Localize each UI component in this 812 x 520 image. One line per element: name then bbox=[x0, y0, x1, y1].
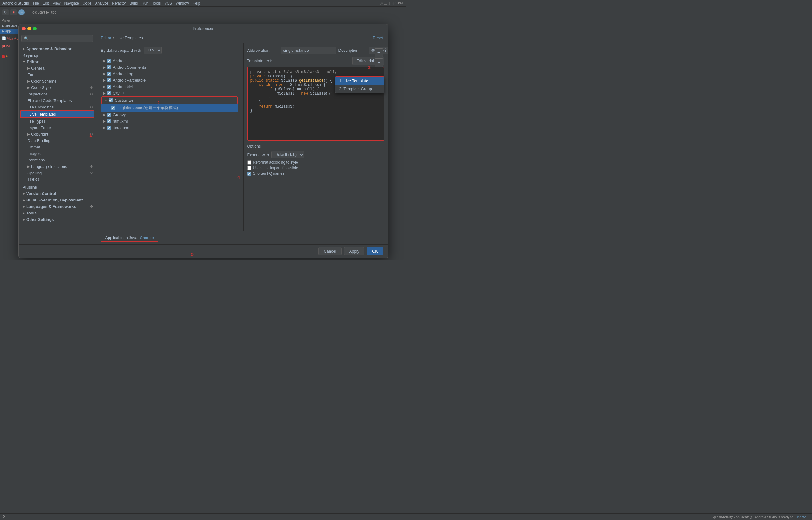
templates-list-panel: By default expand with Tab ▶ bbox=[96, 43, 243, 231]
sidebar-item-general[interactable]: ▶ General bbox=[19, 65, 96, 72]
group-checkbox[interactable] bbox=[107, 78, 111, 82]
menu-navigate[interactable]: Navigate bbox=[64, 1, 79, 5]
group-checkbox[interactable] bbox=[107, 91, 111, 95]
group-checkbox[interactable] bbox=[107, 85, 111, 89]
sidebar-item-code-style[interactable]: ▶ Code Style ⚙ bbox=[19, 84, 96, 91]
sidebar-item-appearance[interactable]: ▶ Appearance & Behavior bbox=[19, 46, 96, 52]
menu-file[interactable]: File bbox=[33, 1, 39, 5]
sidebar-item-build[interactable]: ▶ Build, Execution, Deployment bbox=[19, 197, 96, 203]
sidebar-item-plugins[interactable]: Plugins bbox=[19, 184, 96, 190]
template-group-androidcomments[interactable]: ▶ AndroidComments bbox=[101, 64, 238, 71]
toolbar-btn-sync[interactable]: ⟳ bbox=[2, 9, 9, 16]
template-group-androidlog[interactable]: ▶ AndroidLog bbox=[101, 71, 238, 77]
sidebar-item-languages[interactable]: ▶ Languages & Frameworks ⚙ bbox=[19, 203, 96, 210]
template-group-groovy[interactable]: ▶ Groovy bbox=[101, 111, 238, 118]
arrow-icon: ▶ bbox=[23, 205, 25, 208]
nav-search-input[interactable] bbox=[21, 35, 93, 42]
remove-template-button[interactable]: − bbox=[374, 58, 383, 67]
group-checkbox[interactable] bbox=[107, 65, 111, 69]
menu-view[interactable]: View bbox=[53, 1, 61, 5]
toolbar-btn-stop[interactable]: ■ bbox=[10, 9, 17, 16]
toolbar: ⟳ ■ ← oldStart ▶ app bbox=[0, 7, 406, 18]
breadcrumb-parent[interactable]: Editor bbox=[101, 35, 111, 40]
group-label: AndroidComments bbox=[113, 65, 146, 70]
template-group-androidparcelable[interactable]: ▶ AndroidParcelable bbox=[101, 77, 238, 83]
sidebar-item-font[interactable]: Font bbox=[19, 72, 96, 78]
expand-with-dropdown[interactable]: Tab bbox=[144, 47, 161, 54]
annotation-2: 2 bbox=[157, 100, 160, 105]
menu-refactor[interactable]: Refactor bbox=[112, 1, 126, 5]
applicable-change-link[interactable]: Change bbox=[140, 235, 154, 240]
gear-icon: ⚙ bbox=[90, 86, 93, 89]
sidebar-item-live-templates[interactable]: Live Templates bbox=[20, 110, 94, 118]
add-popup-item-template-group[interactable]: 2. Template Group... bbox=[336, 85, 384, 93]
sidebar-item-language-injections[interactable]: ▶ Language Injections ⚙ bbox=[19, 163, 96, 170]
menu-app[interactable]: Android Studio bbox=[2, 1, 29, 5]
template-group-iterations[interactable]: ▶ iterations bbox=[101, 125, 238, 131]
sidebar-item-file-templates[interactable]: File and Code Templates bbox=[19, 97, 96, 104]
menu-run[interactable]: Run bbox=[142, 1, 148, 5]
group-checkbox[interactable] bbox=[107, 119, 111, 123]
sidebar-item-tools[interactable]: ▶ Tools bbox=[19, 210, 96, 216]
sidebar-item-images[interactable]: Images bbox=[19, 150, 96, 157]
sidebar-item-intentions[interactable]: Intentions bbox=[19, 157, 96, 163]
item-checkbox[interactable] bbox=[111, 106, 115, 110]
sidebar-item-file-types[interactable]: File Types bbox=[19, 118, 96, 125]
group-checkbox[interactable] bbox=[109, 98, 113, 102]
sidebar-item-data-binding[interactable]: Data Binding bbox=[19, 137, 96, 144]
dialog-close-btn[interactable] bbox=[22, 27, 26, 30]
template-group-htmlxml[interactable]: ▶ html/xml bbox=[101, 118, 238, 125]
menu-analyze[interactable]: Analyze bbox=[95, 1, 108, 5]
template-text-label: Template text: bbox=[247, 58, 272, 63]
menu-tools[interactable]: Tools bbox=[152, 1, 161, 5]
group-checkbox[interactable] bbox=[107, 126, 111, 130]
sidebar-item-spelling[interactable]: Spelling ⚙ bbox=[19, 170, 96, 176]
sidebar-item-file-encodings[interactable]: File Encodings ⚙ bbox=[19, 104, 96, 110]
reset-button[interactable]: Reset bbox=[373, 35, 383, 40]
dialog-minimize-btn[interactable] bbox=[27, 27, 31, 30]
template-group-customize[interactable]: ▼ Customize bbox=[101, 97, 238, 104]
sidebar-item-emmet[interactable]: Emmet bbox=[19, 144, 96, 150]
menu-build[interactable]: Build bbox=[130, 1, 138, 5]
group-checkbox[interactable] bbox=[107, 113, 111, 117]
menu-help[interactable]: Help bbox=[193, 1, 200, 5]
add-template-button[interactable]: + bbox=[374, 48, 383, 57]
gear-icon: ⚙ bbox=[90, 171, 93, 175]
menu-edit[interactable]: Edit bbox=[43, 1, 49, 5]
toolbar-btn-back[interactable]: ← bbox=[19, 9, 25, 16]
expand-with-options-dropdown[interactable]: Default (Tab) bbox=[271, 151, 304, 158]
sidebar-item-keymap[interactable]: Keymap bbox=[19, 52, 96, 58]
static-import-label: Use static import if possible bbox=[253, 166, 298, 170]
menu-code[interactable]: Code bbox=[82, 1, 92, 5]
shorten-fq-checkbox[interactable] bbox=[247, 172, 251, 176]
static-import-checkbox[interactable] bbox=[247, 166, 251, 170]
arrow-icon: ▶ bbox=[27, 132, 30, 136]
menu-vcs[interactable]: VCS bbox=[164, 1, 172, 5]
sidebar-item-version-control[interactable]: ▶ Version Control bbox=[19, 190, 96, 197]
sidebar-label: Editor bbox=[27, 59, 39, 64]
sidebar-label: Color Scheme bbox=[31, 79, 56, 83]
sidebar-item-inspections[interactable]: Inspections ⚙ bbox=[19, 91, 96, 97]
sidebar-item-editor[interactable]: ▼ Editor bbox=[19, 58, 96, 65]
breadcrumb-bar: Editor › Live Templates Reset bbox=[96, 33, 388, 43]
template-group-androidxml[interactable]: ▶ AndroidXML bbox=[101, 83, 238, 90]
template-group-android[interactable]: ▶ Android bbox=[101, 58, 238, 64]
template-group-cpp[interactable]: ▶ C/C++ bbox=[101, 90, 238, 97]
cancel-button[interactable]: Cancel bbox=[318, 247, 341, 255]
add-popup-item-live-template[interactable]: 1. Live Template bbox=[335, 76, 385, 85]
description-label: Description: bbox=[339, 48, 366, 53]
menu-window[interactable]: Window bbox=[176, 1, 189, 5]
group-checkbox[interactable] bbox=[107, 59, 111, 63]
ok-button[interactable]: OK bbox=[367, 247, 383, 255]
dialog-maximize-btn[interactable] bbox=[33, 27, 37, 30]
sidebar-item-copyright[interactable]: ▶ Copyright ⚙ bbox=[19, 131, 96, 137]
sidebar-item-other-settings[interactable]: ▶ Other Settings bbox=[19, 216, 96, 223]
sidebar-item-todo[interactable]: TODO bbox=[19, 176, 96, 183]
sidebar-item-color-scheme[interactable]: ▶ Color Scheme bbox=[19, 78, 96, 84]
sidebar-item-layout-editor[interactable]: Layout Editor bbox=[19, 125, 96, 131]
apply-button[interactable]: Apply bbox=[344, 247, 365, 255]
template-item-singleinstance[interactable]: singleInstance (创建一个单例模式) bbox=[101, 104, 238, 111]
group-checkbox[interactable] bbox=[107, 72, 111, 76]
reformat-checkbox[interactable] bbox=[247, 160, 251, 164]
abbreviation-input[interactable] bbox=[280, 47, 336, 54]
